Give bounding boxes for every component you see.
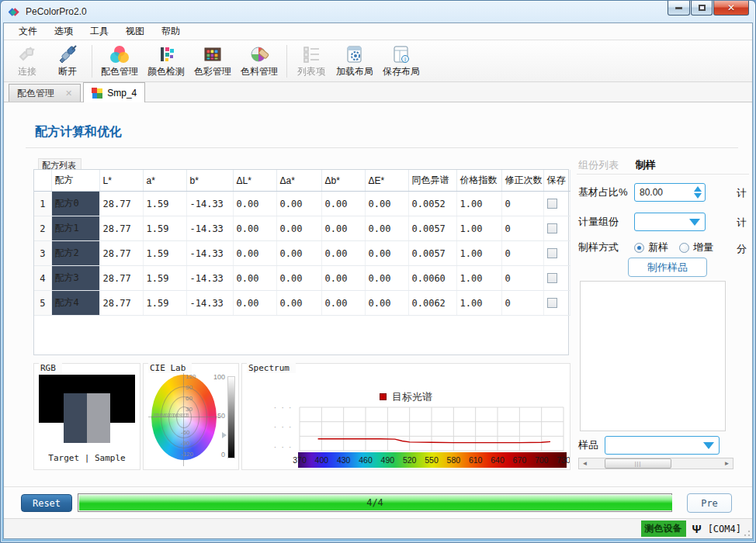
menu-item-2[interactable]: 工具 bbox=[81, 22, 117, 40]
value-cell-0: 28.77 bbox=[99, 192, 143, 216]
horizontal-scrollbar[interactable]: ◄ ||| ► bbox=[578, 458, 733, 469]
toolbar-button-4[interactable]: 色彩管理 bbox=[189, 42, 236, 81]
scrollbar-thumb[interactable]: ||| bbox=[605, 458, 671, 469]
minimize-button[interactable] bbox=[668, 1, 690, 16]
svg-text:430: 430 bbox=[337, 455, 351, 465]
bottom-action-bar: Reset 4/4 Pre bbox=[4, 486, 752, 519]
radio-new-sample[interactable] bbox=[634, 243, 644, 253]
sample-combobox[interactable] bbox=[605, 436, 720, 455]
close-tab-icon[interactable]: ✕ bbox=[65, 88, 72, 99]
sample-listbox[interactable] bbox=[580, 281, 726, 431]
toolbar-button-5[interactable]: 色料管理 bbox=[236, 42, 283, 81]
menu-item-4[interactable]: 帮助 bbox=[153, 22, 189, 40]
document-tab-1[interactable]: Smp_4 bbox=[83, 82, 145, 102]
value-cell-3: 0.00 bbox=[233, 266, 276, 291]
recipe-name-cell[interactable]: 配方1 bbox=[51, 216, 99, 241]
table-header-gutter bbox=[34, 170, 51, 192]
row-number: 2 bbox=[34, 216, 51, 241]
base-ratio-spinner[interactable]: 80.00 bbox=[634, 183, 706, 202]
toolbar-separator bbox=[92, 45, 92, 78]
radio-new-sample-label[interactable]: 新样 bbox=[648, 240, 668, 254]
column-header-10[interactable]: 修正次数 bbox=[501, 170, 543, 192]
plug-disconnect-icon bbox=[57, 44, 78, 64]
reset-button[interactable]: Reset bbox=[21, 494, 72, 512]
window-title: PeColorPro2.0 bbox=[26, 6, 87, 17]
column-header-3[interactable]: b* bbox=[186, 170, 233, 192]
table-row[interactable]: 3配方228.771.59-14.330.000.000.000.000.005… bbox=[34, 241, 570, 266]
radio-increment-label[interactable]: 增量 bbox=[693, 240, 713, 254]
toolbar-button-8[interactable]: i保存布局 bbox=[378, 42, 425, 81]
pre-button[interactable]: Pre bbox=[687, 493, 732, 513]
row-number: 5 bbox=[34, 291, 51, 316]
value-cell-3: 0.00 bbox=[233, 192, 276, 216]
rgb-panel: Target | Sample RGB bbox=[33, 363, 140, 470]
save-checkbox[interactable] bbox=[547, 248, 557, 258]
scroll-right-icon[interactable]: ► bbox=[721, 458, 733, 469]
close-button[interactable]: ✕ bbox=[713, 1, 749, 16]
column-header-4[interactable]: ΔL* bbox=[233, 170, 276, 192]
status-bar: 测色设备 Ψ [COM4] bbox=[4, 518, 752, 538]
save-checkbox[interactable] bbox=[547, 298, 557, 308]
progress-bar: 4/4 bbox=[78, 493, 672, 512]
sample-making-panel: 组份列表 制样 基材占比% 80.00 计量组份 bbox=[577, 158, 749, 484]
recipe-name-cell[interactable]: 配方4 bbox=[51, 291, 99, 316]
toolbar-button-label: 配色管理 bbox=[101, 65, 138, 78]
make-sample-button[interactable]: 制作样品 bbox=[628, 258, 707, 277]
resize-grip[interactable] bbox=[741, 527, 751, 537]
column-header-2[interactable]: a* bbox=[143, 170, 186, 192]
toolbar-button-6: 列表项 bbox=[291, 42, 331, 81]
toolbar-button-2[interactable]: 配色管理 bbox=[96, 42, 143, 81]
column-header-5[interactable]: Δa* bbox=[276, 170, 321, 192]
value-cell-8: 1.00 bbox=[456, 266, 501, 291]
save-checkbox[interactable] bbox=[547, 273, 557, 283]
lab-tick-label: 60 bbox=[186, 395, 192, 402]
save-checkbox[interactable] bbox=[547, 199, 557, 209]
metering-label: 计量组份 bbox=[578, 215, 634, 229]
column-header-9[interactable]: 价格指数 bbox=[456, 170, 501, 192]
chevron-down-icon bbox=[703, 442, 714, 449]
value-cell-1: 1.59 bbox=[143, 291, 186, 316]
scroll-left-icon[interactable]: ◄ bbox=[579, 458, 591, 469]
column-header-8[interactable]: 同色异谱 bbox=[408, 170, 456, 192]
toolbar-button-label: 列表项 bbox=[297, 65, 325, 78]
tab-component-list[interactable]: 组份列表 bbox=[578, 159, 619, 171]
toolbar-button-3[interactable]: 颜色检测 bbox=[143, 42, 189, 81]
spinner-arrows-icon[interactable] bbox=[691, 186, 705, 199]
row-number: 1 bbox=[34, 192, 51, 216]
table-row[interactable]: 1配方028.771.59-14.330.000.000.000.000.005… bbox=[34, 192, 570, 216]
recipe-name-cell[interactable]: 配方2 bbox=[51, 241, 99, 266]
value-cell-5: 0.00 bbox=[321, 216, 365, 241]
toolbar-button-7[interactable]: 加载布局 bbox=[331, 42, 378, 81]
column-header-11[interactable]: 保存 bbox=[543, 170, 570, 192]
document-tab-bar: 配色管理✕Smp_4 bbox=[4, 82, 752, 102]
lab-tick-label: -60 bbox=[181, 429, 190, 436]
save-cell bbox=[543, 192, 570, 216]
title-bar[interactable]: PeColorPro2.0 ✕ bbox=[1, 1, 755, 22]
lightness-tick-0: 0 bbox=[221, 451, 225, 458]
menu-item-3[interactable]: 视图 bbox=[117, 22, 153, 40]
table-row[interactable]: 4配方328.771.59-14.330.000.000.000.000.006… bbox=[34, 266, 570, 291]
radio-increment[interactable] bbox=[679, 243, 689, 253]
value-cell-2: -14.33 bbox=[186, 266, 233, 291]
menu-item-1[interactable]: 选项 bbox=[46, 22, 81, 40]
toolbar-button-label: 断开 bbox=[58, 65, 77, 78]
maximize-button[interactable] bbox=[691, 1, 713, 16]
table-row[interactable]: 2配方128.771.59-14.330.000.000.000.000.005… bbox=[34, 216, 570, 241]
column-header-7[interactable]: ΔE* bbox=[365, 170, 408, 192]
column-header-1[interactable]: L* bbox=[99, 170, 143, 192]
column-header-0[interactable]: 配方 bbox=[51, 170, 99, 192]
toolbar-button-1[interactable]: 断开 bbox=[47, 42, 88, 81]
scrollbar-track[interactable]: ||| bbox=[591, 458, 721, 469]
column-header-6[interactable]: Δb* bbox=[321, 170, 365, 192]
row-number: 3 bbox=[34, 241, 51, 266]
save-cell bbox=[543, 216, 570, 241]
save-checkbox[interactable] bbox=[547, 223, 557, 233]
menu-item-0[interactable]: 文件 bbox=[10, 22, 46, 40]
table-row[interactable]: 5配方428.771.59-14.330.000.000.000.000.006… bbox=[34, 291, 570, 316]
document-tab-0[interactable]: 配色管理✕ bbox=[9, 84, 81, 102]
tab-make-sample[interactable]: 制样 bbox=[636, 159, 656, 171]
svg-text:730: 730 bbox=[557, 455, 570, 465]
recipe-name-cell[interactable]: 配方3 bbox=[51, 266, 99, 291]
recipe-name-cell[interactable]: 配方0 bbox=[51, 192, 99, 216]
metering-combobox[interactable] bbox=[634, 213, 706, 231]
